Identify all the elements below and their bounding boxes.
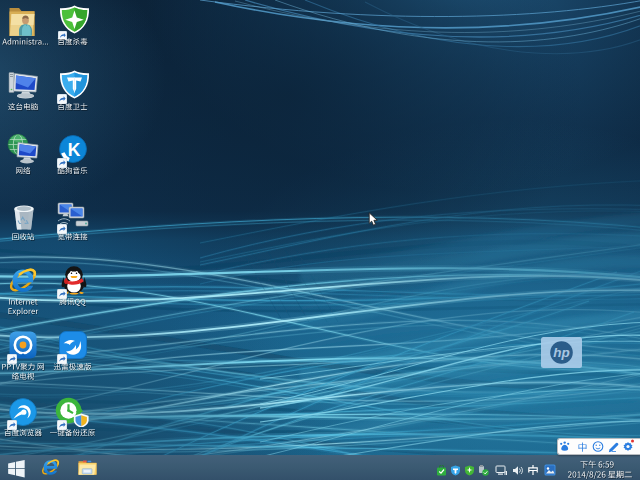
svg-text:K: K [68,140,81,160]
svg-text:hp: hp [553,345,570,360]
